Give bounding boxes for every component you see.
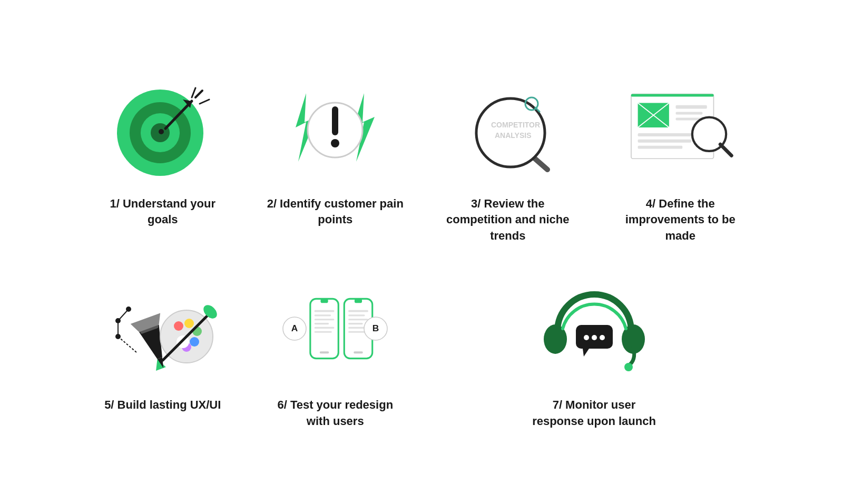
- svg-rect-64: [320, 351, 329, 353]
- item-competition: COMPETITOR ANALYSIS 3/ Review the compet…: [429, 75, 586, 244]
- svg-rect-58: [315, 310, 335, 312]
- svg-point-6: [159, 129, 164, 134]
- svg-rect-26: [676, 105, 707, 108]
- item-understand-goals: 1/ Understand your goals: [84, 75, 241, 244]
- svg-point-41: [184, 319, 194, 328]
- icon-area-2: [277, 75, 393, 180]
- svg-rect-30: [638, 139, 692, 142]
- design-tools-icon: [105, 279, 221, 379]
- svg-marker-80: [583, 349, 589, 357]
- svg-rect-67: [348, 310, 368, 312]
- item-7-label: 7/ Monitor user response upon launch: [526, 397, 663, 430]
- item-1-label: 1/ Understand your goals: [94, 196, 231, 229]
- item-pain-points: 2/ Identify customer pain points: [257, 75, 414, 244]
- svg-rect-31: [638, 145, 683, 149]
- svg-point-78: [624, 363, 633, 371]
- svg-rect-73: [354, 351, 363, 353]
- svg-rect-66: [355, 299, 362, 303]
- svg-rect-57: [321, 299, 328, 303]
- svg-point-81: [584, 335, 589, 340]
- svg-text:ANALYSIS: ANALYSIS: [495, 131, 532, 140]
- svg-line-33: [720, 144, 731, 155]
- svg-point-40: [174, 321, 183, 331]
- item-5-label: 5/ Build lasting UX/UI: [104, 397, 221, 413]
- svg-rect-13: [332, 106, 338, 135]
- item-ux-ui: 5/ Build lasting UX/UI: [84, 276, 241, 430]
- svg-rect-29: [638, 133, 700, 136]
- svg-rect-27: [676, 112, 703, 114]
- svg-point-43: [190, 337, 199, 347]
- headset-monitor-icon: [536, 279, 652, 379]
- target-icon: [110, 77, 215, 177]
- main-grid: 1/ Understand your goals 2/ Identify cus…: [53, 54, 790, 451]
- icon-area-7: [536, 276, 652, 381]
- item-2-label: 2/ Identify customer pain points: [267, 196, 404, 229]
- svg-rect-61: [315, 323, 329, 324]
- icon-area-5: [105, 276, 221, 381]
- item-3-label: 3/ Review the competition and niche tren…: [439, 196, 576, 244]
- svg-rect-63: [315, 331, 332, 333]
- svg-rect-72: [348, 331, 366, 333]
- svg-rect-22: [631, 94, 714, 96]
- item-monitor: 7/ Monitor user response upon launch: [429, 276, 759, 430]
- svg-rect-70: [348, 323, 363, 324]
- icon-area-4: [622, 75, 738, 180]
- svg-rect-60: [315, 319, 335, 320]
- svg-point-83: [600, 335, 605, 340]
- svg-rect-68: [348, 314, 365, 316]
- browser-wireframe-icon: [622, 77, 738, 177]
- icon-area-6: A: [277, 276, 393, 381]
- svg-text:A: A: [291, 323, 298, 333]
- icon-area-3: COMPETITOR ANALYSIS: [450, 75, 566, 180]
- svg-rect-69: [348, 319, 368, 320]
- svg-text:B: B: [373, 323, 379, 333]
- item-6-label: 6/ Test your redesign with users: [267, 397, 404, 430]
- item-improvements: 4/ Define the improvements to be made: [602, 75, 759, 244]
- ab-testing-icon: A: [277, 276, 393, 381]
- svg-line-53: [118, 337, 136, 352]
- svg-line-8: [192, 88, 195, 97]
- pain-points-icon: [277, 77, 393, 177]
- svg-point-14: [331, 139, 339, 147]
- svg-rect-59: [315, 314, 331, 316]
- competition-icon: COMPETITOR ANALYSIS: [450, 77, 566, 177]
- svg-text:COMPETITOR: COMPETITOR: [491, 121, 540, 129]
- icon-area-1: [105, 75, 221, 180]
- item-4-label: 4/ Define the improvements to be made: [612, 196, 749, 244]
- svg-point-82: [592, 335, 597, 340]
- svg-line-9: [200, 100, 209, 104]
- item-ab-testing: A: [257, 276, 414, 430]
- svg-line-52: [118, 309, 129, 321]
- svg-rect-62: [315, 327, 335, 329]
- svg-line-7: [195, 91, 202, 97]
